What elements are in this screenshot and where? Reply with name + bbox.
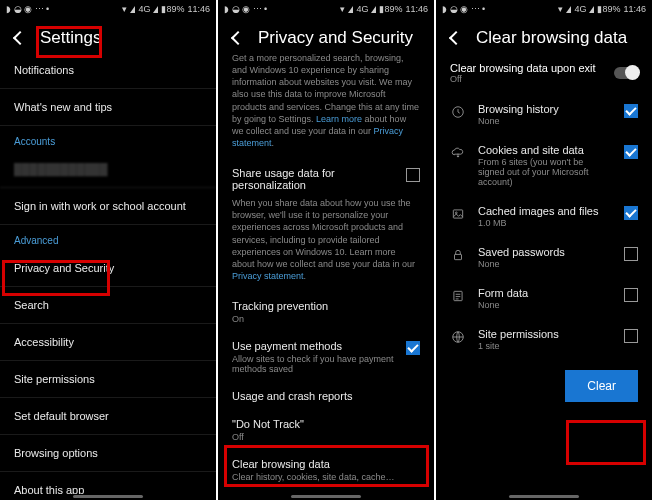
panel-clear-data: ◗ ◒ ◉ ⋯ • ▾4G ▮89%11:46 Clear browsing d… [436,0,652,500]
page-title: Settings [40,28,101,48]
row-browsing-history[interactable]: Browsing historyNone [436,94,652,135]
checkbox[interactable] [624,104,638,118]
checkbox[interactable] [624,329,638,343]
toggle-switch[interactable] [614,67,638,79]
checkbox[interactable] [624,288,638,302]
image-icon [450,206,466,222]
checkbox[interactable] [406,341,420,355]
form-icon [450,288,466,304]
row-clear-browsing[interactable]: Clear browsing data Clear history, cooki… [218,448,434,488]
back-icon[interactable] [230,30,246,46]
privacy-statement-link[interactable]: Privacy statement [232,271,304,281]
globe-icon [450,329,466,345]
row-cookies[interactable]: Cookies and site dataFrom 6 sites (you w… [436,135,652,196]
description-text: When you share data about how you use th… [218,197,434,290]
svg-rect-3 [455,254,462,259]
settings-item-accessibility[interactable]: Accessibility [0,324,216,361]
checkbox[interactable] [624,247,638,261]
learn-more-link[interactable]: Learn more [316,114,362,124]
clock-icon [450,104,466,120]
row-site-permissions[interactable]: Site permissions1 site [436,319,652,360]
settings-item-whatsnew[interactable]: What's new and tips [0,89,216,126]
section-advanced: Advanced [0,225,216,250]
settings-item-about[interactable]: About this app [0,472,216,494]
panel-privacy: ◗ ◒ ◉ ⋯ • ▾4G ▮89%11:46 Privacy and Secu… [218,0,434,500]
settings-item-defaultbrowser[interactable]: Set default browser [0,398,216,435]
row-upon-exit[interactable]: Clear browsing data upon exit Off [436,52,652,94]
lock-icon [450,247,466,263]
settings-item-privacy[interactable]: Privacy and Security [0,250,216,287]
settings-item-sitepermissions[interactable]: Site permissions [0,361,216,398]
settings-account-item[interactable]: ████████████ [0,151,216,188]
row-passwords[interactable]: Saved passwordsNone [436,237,652,278]
row-share-usage[interactable]: Share usage data for personalization [218,157,434,197]
back-icon[interactable] [448,30,464,46]
settings-item-notifications[interactable]: Notifications [0,52,216,89]
page-title: Privacy and Security [258,28,413,48]
cloud-icon [450,145,466,161]
row-cached[interactable]: Cached images and files1.0 MB [436,196,652,237]
row-payment[interactable]: Use payment methods Allow sites to check… [218,330,434,380]
checkbox[interactable] [624,206,638,220]
settings-item-signin[interactable]: Sign in with work or school account [0,188,216,225]
settings-item-browsingoptions[interactable]: Browsing options [0,435,216,472]
description-text: Get a more personalized search, browsing… [218,52,434,157]
row-tracking[interactable]: Tracking prevention On [218,290,434,330]
status-bar: ◗ ◒ ◉ ⋯ • ▾4G ▮89%11:46 [218,0,434,18]
status-bar: ◗ ◒ ◉ ⋯ • ▾4G ▮89%11:46 [0,0,216,18]
clear-button[interactable]: Clear [565,370,638,402]
status-bar: ◗ ◒ ◉ ⋯ • ▾4G ▮89%11:46 [436,0,652,18]
row-usage-crash[interactable]: Usage and crash reports [218,380,434,408]
section-accounts: Accounts [0,126,216,151]
row-dnt[interactable]: "Do Not Track" Off [218,408,434,448]
row-form-data[interactable]: Form dataNone [436,278,652,319]
checkbox[interactable] [406,168,420,182]
svg-rect-1 [453,210,462,218]
back-icon[interactable] [12,30,28,46]
nav-bar [436,494,652,500]
page-title: Clear browsing data [476,28,627,48]
nav-bar [0,494,216,500]
nav-bar [218,494,434,500]
checkbox[interactable] [624,145,638,159]
settings-item-search[interactable]: Search [0,287,216,324]
panel-settings: ◗ ◒ ◉ ⋯ • ▾4G ▮89%11:46 Settings Notific… [0,0,216,500]
